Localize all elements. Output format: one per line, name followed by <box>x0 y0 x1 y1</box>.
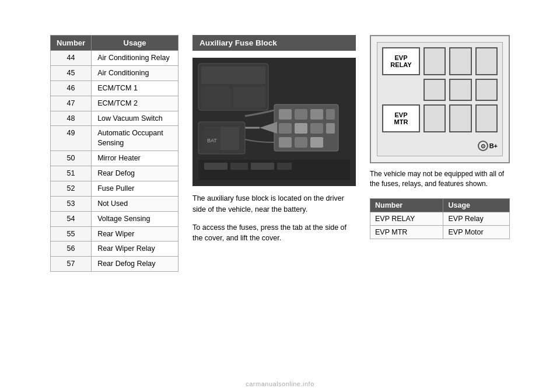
svg-rect-2 <box>201 66 265 84</box>
svg-rect-25 <box>230 163 248 170</box>
fuse-number: 47 <box>51 96 92 111</box>
svg-rect-9 <box>326 109 335 120</box>
fuse-number: 52 <box>51 181 92 196</box>
page-container: Number Usage 44 Air Conditioning Relay 4… <box>0 0 560 392</box>
fuse-number: 50 <box>51 151 92 166</box>
fuse-usage: Low Vacuum Switch <box>92 111 178 126</box>
bplus-circle: ⊙ <box>478 141 488 151</box>
table-row: 44 Air Conditioning Relay <box>51 51 178 66</box>
table-row: 48 Low Vacuum Switch <box>51 111 178 126</box>
svg-rect-16 <box>310 137 323 148</box>
fuse-number: 54 <box>51 211 92 226</box>
evp-slot-6 <box>475 79 498 101</box>
evp-diagram: EVP RELAY EVP MTR <box>370 35 510 163</box>
svg-rect-8 <box>310 109 323 120</box>
svg-rect-6 <box>279 109 292 120</box>
svg-rect-26 <box>251 163 274 170</box>
evp-usage: EVP Motor <box>443 225 510 239</box>
bplus-indicator: ⊙ B+ <box>478 141 498 151</box>
fuse-usage: Mirror Heater <box>92 151 178 166</box>
middle-section: Auxiliary Fuse Block <box>192 35 356 244</box>
table-row: EVP MTR EVP Motor <box>370 225 510 239</box>
fuse-usage: Fuse Puller <box>92 181 178 196</box>
table-row: 53 Not Used <box>51 196 178 211</box>
left-section: Number Usage 44 Air Conditioning Relay 4… <box>50 35 178 272</box>
evp-slot-4 <box>424 79 446 101</box>
table-row: 52 Fuse Puller <box>51 181 178 196</box>
evp-relay-label: EVP RELAY <box>382 47 420 75</box>
table-row: 56 Rear Wiper Relay <box>51 242 178 257</box>
svg-rect-11 <box>295 123 307 134</box>
evp-slot-7 <box>424 104 446 132</box>
fuse-number: 51 <box>51 166 92 181</box>
evp-usage: EVP Relay <box>443 212 510 225</box>
table-row: 54 Voltage Sensing <box>51 211 178 226</box>
fuse-number: 55 <box>51 226 92 242</box>
evp-table: Number Usage EVP RELAY EVP Relay EVP MTR… <box>370 198 510 239</box>
svg-rect-15 <box>295 137 307 148</box>
evp-col2-header: Usage <box>443 198 510 212</box>
table-row: 47 ECM/TCM 2 <box>51 96 178 111</box>
evp-slot-2 <box>449 47 471 75</box>
table-row: 49 Automatic Occupant Sensing <box>51 126 178 151</box>
engine-bay-svg: BAT <box>192 58 356 186</box>
evp-slot-5 <box>449 79 471 101</box>
fuse-number: 46 <box>51 80 92 96</box>
evp-slot-9 <box>475 104 498 132</box>
evp-slot-1 <box>424 47 446 75</box>
col-usage-header: Usage <box>92 36 178 51</box>
fuse-usage: Voltage Sensing <box>92 211 178 226</box>
svg-rect-4 <box>233 87 265 107</box>
svg-text:BAT: BAT <box>207 138 217 144</box>
aux-fuse-image: BAT <box>192 58 356 186</box>
evp-number: EVP RELAY <box>370 212 443 225</box>
table-row: EVP RELAY EVP Relay <box>370 212 510 225</box>
aux-fuse-block-header: Auxiliary Fuse Block <box>192 35 356 51</box>
svg-rect-12 <box>310 123 323 134</box>
evp-slot-8 <box>449 104 471 132</box>
col-number-header: Number <box>51 36 92 51</box>
fuse-usage: Rear Wiper Relay <box>92 242 178 257</box>
svg-rect-14 <box>279 137 292 148</box>
vehicle-note: The vehicle may not be equipped with all… <box>370 169 510 189</box>
aux-caption-2: To access the fuses, press the tab at th… <box>192 222 356 244</box>
fuse-usage: Air Conditioning <box>92 65 178 80</box>
fuse-usage: Rear Defog <box>92 166 178 181</box>
table-row: 45 Air Conditioning <box>51 65 178 80</box>
evp-slot-3 <box>475 47 498 75</box>
svg-rect-7 <box>295 109 307 120</box>
evp-col1-header: Number <box>370 198 443 212</box>
fuse-usage: Rear Wiper <box>92 226 178 242</box>
fuse-number: 56 <box>51 242 92 257</box>
fuse-usage: Rear Defog Relay <box>92 257 178 272</box>
fuse-number: 53 <box>51 196 92 211</box>
fuse-number: 57 <box>51 257 92 272</box>
svg-rect-3 <box>201 87 230 107</box>
fuse-usage: Air Conditioning Relay <box>92 51 178 66</box>
svg-rect-27 <box>277 163 292 170</box>
fuse-number: 45 <box>51 65 92 80</box>
svg-rect-13 <box>326 123 335 134</box>
bplus-label: B+ <box>489 142 498 149</box>
fuse-number: 48 <box>51 111 92 126</box>
watermark: carmanualsonline.info <box>0 380 560 387</box>
fuse-usage: ECM/TCM 2 <box>92 96 178 111</box>
fuse-number: 44 <box>51 51 92 66</box>
fuse-number: 49 <box>51 126 92 151</box>
evp-number: EVP MTR <box>370 225 443 239</box>
table-row: 57 Rear Defog Relay <box>51 257 178 272</box>
svg-rect-10 <box>279 123 292 134</box>
table-row: 55 Rear Wiper <box>51 226 178 242</box>
evp-mtr-label: EVP MTR <box>382 104 420 132</box>
aux-caption-1: The auxiliary fuse block is located on t… <box>192 193 356 215</box>
right-section: EVP RELAY EVP MTR <box>370 35 510 239</box>
fuse-usage: Automatic Occupant Sensing <box>92 126 178 151</box>
table-row: 50 Mirror Heater <box>51 151 178 166</box>
fuse-usage: Not Used <box>92 196 178 211</box>
fuse-usage: ECM/TCM 1 <box>92 80 178 96</box>
engine-bay-image: BAT <box>192 58 356 186</box>
table-row: 51 Rear Defog <box>51 166 178 181</box>
svg-rect-24 <box>204 163 228 170</box>
fuse-table: Number Usage 44 Air Conditioning Relay 4… <box>50 35 178 272</box>
table-row: 46 ECM/TCM 1 <box>51 80 178 96</box>
